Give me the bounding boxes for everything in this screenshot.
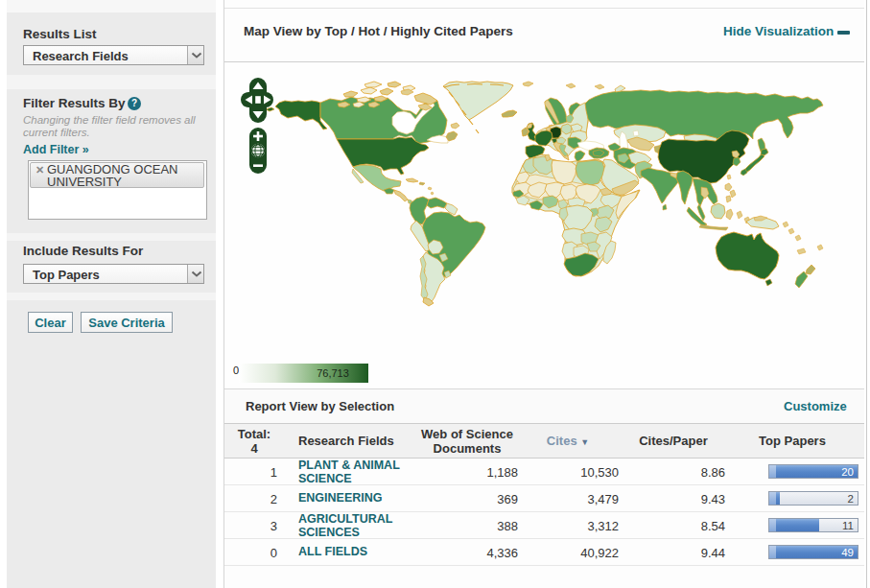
svg-text:76,713: 76,713 [317, 367, 349, 379]
svg-text:0: 0 [233, 365, 239, 376]
